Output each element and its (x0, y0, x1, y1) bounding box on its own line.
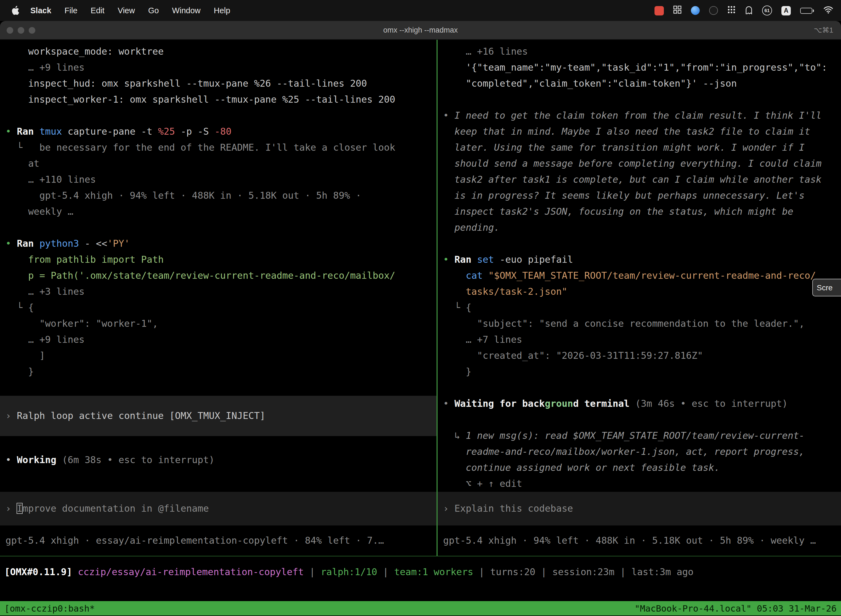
terminal-line: should send a message before completing … (438, 155, 841, 172)
menu-slack[interactable]: Slack (24, 6, 58, 15)
apps-grid-icon[interactable] (727, 6, 736, 15)
terminal-line: readme-and-reco/mailbox/worker-1.json, a… (438, 444, 841, 460)
pane-left-footer: gpt-5.4 xhigh · essay/ai-reimplementatio… (0, 525, 437, 556)
pane-left[interactable]: workspace_mode: worktree … +9 lines insp… (0, 40, 437, 556)
desktop: SlackFileEditViewGoWindowHelp 61 A omx -… (0, 0, 841, 616)
text-segment: ] (6, 350, 45, 361)
minimize-button[interactable] (18, 27, 24, 34)
battery-icon[interactable] (800, 7, 814, 13)
ghost-icon[interactable] (745, 5, 753, 16)
terminal-line: ] (0, 348, 437, 364)
text-segment: Ran (17, 238, 40, 249)
composer-left-text: › Improve documentation in @filename (6, 503, 209, 514)
zoom-button[interactable] (29, 27, 35, 34)
composer-left[interactable]: › Improve documentation in @filename (0, 492, 437, 525)
terminal-line: "worker": "worker-1", (0, 316, 437, 332)
window-title-bar[interactable]: omx --xhigh --madmax ⌥⌘1 (0, 21, 841, 40)
terminal-line: } (438, 364, 841, 380)
screen-share-tooltip: Scre (812, 279, 841, 296)
text-segment: later. Using the same for transition mig… (443, 142, 804, 153)
terminal-line: workspace_mode: worktree (0, 44, 437, 60)
terminal-line: • Working (6m 38s • esc to interrupt) (0, 452, 437, 468)
terminal-line (0, 380, 437, 396)
pane-right[interactable]: … +16 lines '{"team_name":"my-team","tas… (438, 40, 841, 556)
terminal-line: inspect task2's JSON, focusing on the st… (438, 204, 841, 220)
window-title: omx --xhigh --madmax (0, 26, 841, 34)
text-segment: turns:20 (490, 566, 536, 577)
terminal-line (0, 220, 437, 236)
terminal-line: tasks/task-2.json" (438, 284, 841, 300)
text-segment: • (6, 126, 17, 137)
close-button[interactable] (7, 27, 13, 34)
menu-edit[interactable]: Edit (84, 6, 111, 15)
terminal-line: … +7 lines (438, 332, 841, 348)
terminal-line (438, 380, 841, 396)
terminal-line (0, 436, 437, 452)
composer-right-text: › Explain this codebase (443, 503, 573, 514)
input-source-icon[interactable]: A (781, 6, 791, 15)
window-grid-icon[interactable] (673, 6, 681, 15)
text-segment: continue assigned work or next feasible … (443, 462, 720, 473)
battery-gauge-icon[interactable]: 61 (762, 6, 772, 15)
terminal-line (438, 412, 841, 428)
text-segment: Ran (454, 254, 477, 265)
text-segment: keep that in mind. Maybe I also need the… (443, 126, 810, 137)
apple-menu[interactable] (11, 6, 19, 15)
text-segment: Waiting for back (454, 398, 545, 409)
traffic-lights (0, 27, 35, 34)
text-segment: cczip/essay/ai-reimplementation-copyleft (78, 566, 304, 577)
tmux-panes: workspace_mode: worktree … +9 lines insp… (0, 40, 841, 556)
terminal-line: is in progress? It seems likely but perh… (438, 188, 841, 204)
text-segment: … +16 lines (443, 46, 528, 57)
terminal-line: "completed","claim_token":"claim-token"}… (438, 76, 841, 92)
blue-app-icon[interactable] (691, 6, 700, 15)
text-segment: -p -S (175, 126, 214, 137)
text-segment: … +9 lines (6, 334, 85, 345)
text-segment: | (377, 566, 394, 577)
text-segment: 1 new msg(s): read $OMX_TEAM_STATE_ROOT/… (466, 430, 804, 441)
terminal-line: "created_at": "2026-03-31T11:59:27.816Z" (438, 348, 841, 364)
text-segment: -euo pipefail (494, 254, 573, 265)
text-segment: "worker": "worker-1", (6, 318, 158, 329)
terminal-line: cat "$OMX_TEAM_STATE_ROOT/team/review-cu… (438, 268, 841, 284)
text-segment: "created_at": "2026-03-31T11:59:27.816Z" (443, 350, 703, 361)
text-segment: task2 after task1 is complete, but can I… (443, 174, 822, 185)
text-segment: "$OMX_TEAM_STATE_ROOT/team/review-curren… (483, 270, 816, 281)
terminal-line: pending. (438, 220, 841, 236)
menu-file[interactable]: File (58, 6, 84, 15)
text-segment: p = Path('.omx/state/team/review-current… (6, 270, 395, 281)
text-segment: (6m 38s • esc to interrupt) (62, 454, 215, 465)
text-segment: … +9 lines (6, 62, 85, 73)
text-segment: 'PY' (107, 238, 130, 249)
text-segment: tasks/task-2.json" (443, 286, 567, 297)
screen-recording-icon[interactable] (655, 6, 664, 15)
terminal-line: "subject": "send a concise recommendatio… (438, 316, 841, 332)
wifi-icon[interactable] (823, 6, 833, 15)
text-segment: inspect_worker-1: omx sparkshell --tmux-… (6, 94, 395, 105)
text-segment: I need to get the claim token from the c… (454, 110, 822, 121)
menu-view[interactable]: View (111, 6, 142, 15)
composer-right[interactable]: › Explain this codebase (438, 492, 841, 525)
terminal-line: p = Path('.omx/state/team/review-current… (0, 268, 437, 284)
menu-help[interactable]: Help (207, 6, 237, 15)
steer-queue-line[interactable]: › Ralph loop active continue [OMX_TMUX_I… (0, 396, 437, 436)
text-segment: └ be necessary for the end of the README… (6, 142, 395, 153)
terminal-line: } (0, 364, 437, 380)
text-segment: "subject": "send a concise recommendatio… (443, 318, 804, 329)
text-segment: | (473, 566, 490, 577)
text-segment: Explain this codebase (454, 503, 573, 514)
battery-body (800, 7, 812, 13)
menu-go[interactable]: Go (142, 6, 166, 15)
menu-bar-status-icons: 61 A (655, 5, 833, 16)
menu-window[interactable]: Window (166, 6, 207, 15)
text-segment: '{"team_name":"my-team","task_id":"1","f… (443, 62, 827, 73)
text-segment: • (443, 254, 454, 265)
text-segment: should send a message before completing … (443, 158, 822, 169)
dark-app-icon[interactable] (709, 6, 718, 15)
terminal-line: … +9 lines (0, 60, 437, 76)
terminal-line: … +110 lines (0, 172, 437, 188)
text-segment: › (443, 503, 454, 514)
terminal-line (0, 108, 437, 124)
text-segment: … +3 lines (6, 286, 85, 297)
terminal-content: workspace_mode: worktree … +9 lines insp… (0, 40, 841, 616)
